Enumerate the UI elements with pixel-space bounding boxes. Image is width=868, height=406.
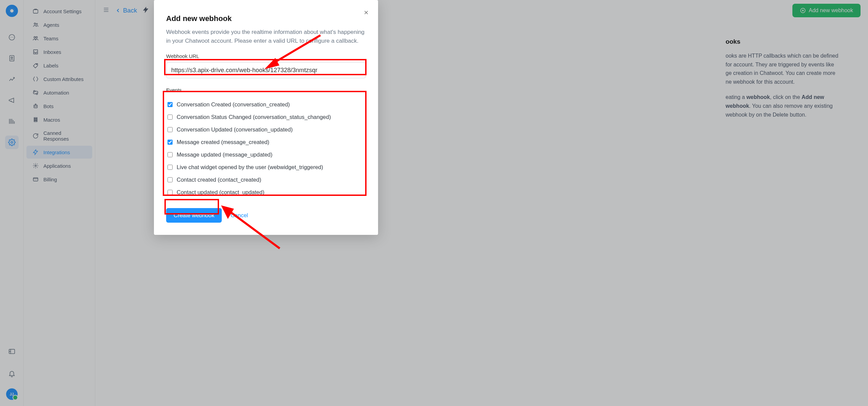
- event-contact-created[interactable]: Contact created (contact_created): [167, 174, 365, 186]
- event-message-updated[interactable]: Message updated (message_updated): [167, 148, 365, 161]
- event-label: Message updated (message_updated): [177, 151, 273, 158]
- event-checkbox[interactable]: [167, 177, 173, 182]
- webhook-url-label: Webhook URL: [166, 53, 366, 59]
- event-contact-updated[interactable]: Contact updated (contact_updated): [167, 186, 365, 199]
- event-label: Contact created (contact_created): [177, 177, 261, 183]
- dialog-title: Add new webhook: [166, 14, 366, 23]
- event-conversation-created[interactable]: Conversation Created (conversation_creat…: [167, 98, 365, 111]
- event-checkbox[interactable]: [167, 115, 173, 120]
- events-label: Events: [166, 87, 366, 93]
- create-webhook-button[interactable]: Create webhook: [166, 208, 222, 223]
- event-conversation-updated[interactable]: Conversation Updated (conversation_updat…: [167, 123, 365, 136]
- event-label: Conversation Status Changed (conversatio…: [177, 114, 331, 120]
- event-conversation-status-changed[interactable]: Conversation Status Changed (conversatio…: [167, 111, 365, 123]
- close-icon[interactable]: [363, 9, 369, 17]
- cancel-button[interactable]: Cancel: [231, 212, 248, 219]
- event-checkbox[interactable]: [167, 127, 173, 132]
- dialog-subtitle: Webhook events provide you the realtime …: [166, 28, 366, 45]
- event-label: Live chat widget opened by the user (web…: [177, 164, 323, 170]
- event-checkbox[interactable]: [167, 190, 173, 195]
- event-webwidget-triggered[interactable]: Live chat widget opened by the user (web…: [167, 161, 365, 174]
- add-webhook-dialog: Add new webhook Webhook events provide y…: [154, 0, 378, 235]
- event-checkbox[interactable]: [167, 165, 173, 170]
- webhook-url-input[interactable]: [166, 62, 366, 78]
- event-label: Conversation Updated (conversation_updat…: [177, 126, 293, 133]
- event-message-created[interactable]: Message created (message_created): [167, 136, 365, 148]
- event-checkbox[interactable]: [167, 102, 173, 107]
- event-label: Contact updated (contact_updated): [177, 189, 264, 196]
- dialog-actions: Create webhook Cancel: [166, 208, 366, 223]
- events-list: Conversation Created (conversation_creat…: [166, 96, 366, 201]
- event-label: Message created (message_created): [177, 139, 269, 145]
- modal-backdrop[interactable]: [0, 0, 868, 406]
- event-label: Conversation Created (conversation_creat…: [177, 101, 290, 108]
- event-checkbox[interactable]: [167, 140, 173, 145]
- event-checkbox[interactable]: [167, 152, 173, 157]
